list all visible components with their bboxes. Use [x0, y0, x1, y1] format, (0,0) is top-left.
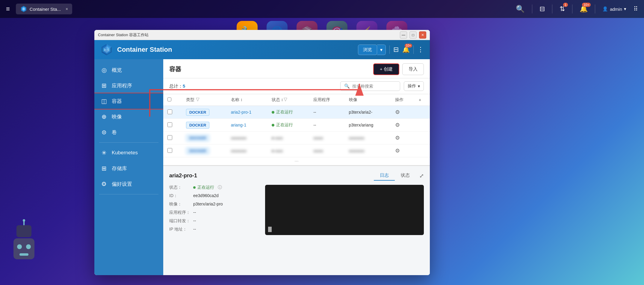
row2-extra-cell: [415, 119, 430, 132]
row4-extra-cell: [415, 144, 430, 157]
container-table: 类型 ▽ 名称 ↕ 状态 ↕▽ 应用程序 映像 操作 +: [163, 94, 430, 157]
row4-checkbox[interactable]: [167, 148, 172, 153]
import-button[interactable]: 导入: [402, 63, 424, 75]
notification-icon[interactable]: 🔔 10+: [580, 5, 588, 13]
container-table-scroll[interactable]: 类型 ▽ 名称 ↕ 状态 ↕▽ 应用程序 映像 操作 +: [163, 94, 430, 157]
browse-button[interactable]: 浏览: [358, 45, 377, 55]
header-div2: [413, 45, 414, 54]
app-tab-close[interactable]: ×: [66, 7, 68, 11]
row4-ops-cell: ⚙: [391, 144, 415, 157]
row2-docker-badge: DOCKER: [186, 122, 209, 129]
ops-dropdown[interactable]: 操作 ▾: [404, 81, 424, 91]
header-more-icon[interactable]: ⋮: [417, 46, 424, 54]
row3-checkbox[interactable]: [167, 135, 172, 140]
app-tab[interactable]: Container Sta... ×: [16, 4, 72, 14]
ops-chevron-icon: ▾: [418, 84, 420, 89]
detail-value-image: p3terx/aria2-pro: [193, 202, 223, 207]
row1-type-cell: DOCKER: [182, 106, 227, 119]
window-title: Container Station 容器工作站: [98, 32, 400, 38]
row2-status-dot: [272, 124, 274, 127]
sidebar-item-apps[interactable]: ⊞ 应用程序: [94, 78, 163, 93]
detail-status-value: 正在运行: [197, 185, 214, 190]
row2-image-cell: p3terx/ariang: [345, 119, 391, 132]
detail-body: 状态： 正在运行 ⓘ ID： ee3d960ca2d: [169, 185, 424, 235]
expand-icon[interactable]: ⤢: [419, 173, 424, 179]
header-div1: [389, 45, 390, 54]
table-row: DOCKER xxxxxxxx ● xxxx xxxxx xxxxxxxx ⚙: [163, 132, 430, 144]
admin-user[interactable]: 👤 admin ▾: [602, 6, 626, 12]
header-history-icon[interactable]: ⊟: [393, 46, 399, 54]
row4-type-blurred: DOCKER: [186, 147, 209, 154]
app-tab-icon: [20, 5, 27, 13]
row4-image-cell: xxxxxxxx: [345, 144, 391, 157]
row1-name-link[interactable]: aria2-pro-1: [231, 110, 251, 115]
col-name: 名称 ↕: [227, 94, 267, 106]
sidebar-item-kubernetes[interactable]: ✳ Kubernetes: [94, 145, 163, 161]
sidebar-div2: [99, 194, 158, 194]
row4-gear-icon[interactable]: ⚙: [395, 148, 400, 154]
search-input[interactable]: [352, 84, 397, 89]
sidebar-item-overview[interactable]: ◎ 概览: [94, 62, 163, 78]
row1-extra-cell: [415, 106, 430, 119]
taskbar-div1: [532, 4, 532, 13]
sidebar-item-containers[interactable]: ◫ 容器: [94, 93, 163, 109]
header-notification-badge: 10+: [405, 44, 412, 48]
row1-gear-icon[interactable]: ⚙: [395, 109, 400, 115]
row4-status-cell: ● xxxx: [267, 144, 309, 157]
hamburger-icon[interactable]: ≡: [6, 5, 10, 13]
tab-logs[interactable]: 日志: [374, 171, 395, 181]
settings-icon: ⚙: [100, 180, 108, 188]
row2-name-link[interactable]: ariang-1: [231, 123, 246, 127]
detail-info-icon[interactable]: ⓘ: [218, 185, 222, 190]
row1-checkbox[interactable]: [167, 109, 172, 114]
col-app: 应用程序: [309, 94, 344, 106]
close-button[interactable]: ✕: [419, 31, 426, 39]
sidebar-item-settings[interactable]: ⚙ 偏好设置: [94, 176, 163, 192]
select-all-checkbox[interactable]: [167, 97, 171, 101]
transfer-icon[interactable]: ⇅ 1: [560, 5, 565, 13]
detail-row-app: 应用程序： --: [169, 210, 259, 215]
sidebar-item-images[interactable]: ⊕ 映像: [94, 109, 163, 124]
row3-extra-cell: [415, 132, 430, 144]
sidebar-item-volumes[interactable]: ⊜ 卷: [94, 124, 163, 140]
row3-ops-cell: ⚙: [391, 132, 415, 144]
app-title: Container Station: [117, 46, 172, 54]
detail-title: aria2-pro-1: [169, 173, 197, 179]
row2-status-text: 正在运行: [276, 122, 293, 128]
row2-status-cell: 正在运行: [267, 119, 309, 132]
window-controls: — □ ✕: [400, 31, 426, 39]
row3-image-cell: xxxxxxxx: [345, 132, 391, 144]
minimize-button[interactable]: —: [400, 31, 407, 39]
history-icon[interactable]: ⊟: [539, 5, 545, 13]
row3-gear-icon[interactable]: ⚙: [395, 135, 400, 141]
create-button[interactable]: + 创建: [373, 63, 399, 75]
containers-label: 容器: [112, 98, 122, 105]
detail-header: aria2-pro-1 日志 状态 ⤢: [169, 171, 424, 181]
dots-menu-icon[interactable]: ⠿: [634, 5, 638, 13]
row3-checkbox-cell: [163, 132, 182, 144]
browse-btn-group: 浏览 ▾: [358, 45, 386, 55]
table-scroll-hint: ···: [163, 157, 430, 165]
row2-ops-cell: ⚙: [391, 119, 415, 132]
row1-status-cell: 正在运行: [267, 106, 309, 119]
row2-checkbox[interactable]: [167, 122, 172, 127]
row4-name-cell: xxxxxxxx: [227, 144, 267, 157]
detail-label-app: 应用程序：: [169, 210, 193, 215]
col-add: +: [415, 94, 430, 106]
row3-type-blurred: DOCKER: [186, 135, 209, 141]
row2-gear-icon[interactable]: ⚙: [395, 122, 400, 128]
header-right: 浏览 ▾ ⊟ 🔔 10+ ⋮: [358, 45, 424, 55]
sidebar-item-storage[interactable]: ⊞ 存储库: [94, 161, 163, 176]
user-plus-icon: 👤: [602, 6, 608, 12]
tab-status[interactable]: 状态: [395, 171, 416, 181]
sidebar: ◎ 概览 ⊞ 应用程序 ◫ 容器 ⊕ 映像 ⊜ 卷 ✳ Kuberne: [94, 59, 163, 275]
maximize-button[interactable]: □: [409, 31, 417, 39]
detail-row-ports: 端口转发： --: [169, 218, 259, 224]
section-title: 容器: [169, 65, 181, 73]
global-search-icon[interactable]: 🔍: [516, 5, 525, 13]
admin-chevron-icon: ▾: [624, 6, 626, 12]
more-indicator: ···: [294, 158, 298, 164]
detail-label-ip: IP 地址：: [169, 227, 193, 232]
browse-dropdown[interactable]: ▾: [377, 45, 386, 55]
header-notification-icon[interactable]: 🔔 10+: [402, 46, 410, 53]
